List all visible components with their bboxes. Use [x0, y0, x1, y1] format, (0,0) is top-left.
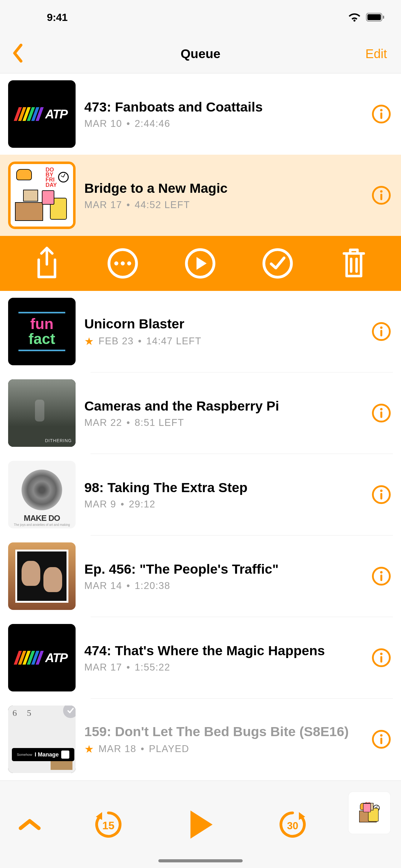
svg-point-19	[380, 408, 382, 410]
episode-duration: 14:47 LEFT	[146, 336, 201, 347]
episode-meta: MAR 14 • 1:20:38	[84, 580, 361, 591]
episode-info-button[interactable]	[370, 646, 393, 669]
separator-dot: •	[127, 199, 130, 211]
now-playing-artwork[interactable]: DOBYFRIDAY	[348, 792, 390, 834]
mark-played-button[interactable]	[262, 248, 293, 279]
nav-bar: Queue Edit	[0, 34, 401, 73]
svg-point-16	[380, 327, 382, 329]
star-icon: ★	[84, 335, 94, 347]
episode-row[interactable]: MAKE DOThe joys and anxieties of art and…	[0, 454, 401, 535]
svg-point-14	[264, 250, 291, 277]
star-icon: ★	[84, 743, 94, 755]
share-icon	[33, 246, 61, 281]
ellipsis-circle-icon	[107, 248, 138, 279]
episode-row[interactable]: Ep. 456: "The People's Traffic" MAR 14 •…	[0, 535, 401, 617]
svg-point-28	[380, 653, 382, 655]
episode-title: Ep. 456: "The People's Traffic"	[84, 561, 361, 577]
svg-point-11	[121, 261, 125, 266]
svg-point-4	[380, 109, 382, 112]
episode-info-button[interactable]	[370, 102, 393, 126]
svg-point-25	[380, 571, 382, 574]
svg-text:15: 15	[102, 819, 114, 832]
episode-info-button[interactable]	[370, 320, 393, 343]
episode-artwork: ATP	[8, 624, 75, 691]
episode-info-button[interactable]	[370, 483, 393, 506]
episode-duration: 1:20:38	[135, 580, 170, 591]
svg-point-31	[380, 734, 382, 737]
play-episode-button[interactable]	[185, 248, 216, 279]
home-indicator[interactable]	[158, 859, 243, 862]
battery-icon	[365, 13, 386, 22]
checkmark-circle-icon	[262, 248, 293, 279]
trash-icon	[340, 247, 368, 280]
svg-point-22	[380, 490, 382, 492]
delete-button[interactable]	[340, 247, 368, 280]
episode-info-button[interactable]	[370, 728, 393, 751]
episode-row[interactable]: DITHERING Cameras and the Raspberry Pi M…	[0, 372, 401, 454]
separator-dot: •	[140, 743, 144, 754]
play-circle-icon	[185, 248, 216, 279]
more-button[interactable]	[107, 248, 138, 279]
episode-artwork: ATP	[8, 80, 75, 148]
skip-back-button[interactable]: 15	[91, 807, 126, 842]
episode-meta: MAR 9 • 29:12	[84, 499, 361, 510]
episode-meta: ★ FEB 23 • 14:47 LEFT	[84, 335, 361, 347]
episode-row[interactable]: ATP 474: That's Where the Magic Happens …	[0, 617, 401, 698]
episode-info-button[interactable]	[370, 184, 393, 207]
info-icon	[372, 485, 391, 504]
back-button[interactable]	[9, 43, 24, 64]
episode-action-bar	[0, 236, 401, 291]
mini-player: 15 30 DOBYFRIDAY	[0, 780, 401, 868]
episode-artwork: funfact	[8, 298, 75, 365]
episode-duration: 29:12	[129, 499, 156, 510]
info-icon	[372, 186, 391, 205]
episode-list[interactable]: ATP 473: Fanboats and Coattails MAR 10 •…	[0, 73, 401, 868]
episode-row[interactable]: DOBYFRIDAY Bridge to a New Magic MAR 17 …	[0, 155, 401, 236]
episode-duration: 44:52 LEFT	[135, 199, 190, 211]
episode-title: 98: Taking The Extra Step	[84, 479, 361, 496]
episode-artwork: DITHERING	[8, 379, 75, 447]
episode-title: Bridge to a New Magic	[84, 180, 361, 196]
episode-info: Ep. 456: "The People's Traffic" MAR 14 •…	[75, 561, 370, 591]
episode-date: MAR 17	[84, 662, 122, 673]
play-button[interactable]	[183, 807, 218, 842]
svg-point-7	[380, 190, 382, 193]
episode-meta: MAR 22 • 8:51 LEFT	[84, 417, 361, 428]
info-icon	[372, 104, 391, 124]
info-icon	[372, 566, 391, 586]
svg-rect-23	[380, 493, 382, 500]
skip-forward-button[interactable]: 30	[275, 807, 310, 842]
svg-rect-5	[380, 113, 382, 119]
episode-info-button[interactable]	[370, 565, 393, 588]
separator-dot: •	[138, 336, 142, 347]
chevron-up-icon	[19, 818, 41, 832]
episode-artwork: 65SomehowI Manage	[8, 706, 75, 773]
episode-duration: PLAYED	[149, 743, 189, 754]
episode-row[interactable]: funfact Unicorn Blaster ★ FEB 23 • 14:47…	[0, 291, 401, 372]
info-icon	[372, 403, 391, 423]
svg-rect-26	[380, 575, 382, 581]
episode-info: 98: Taking The Extra Step MAR 9 • 29:12	[75, 479, 370, 510]
status-bar: 9:41	[0, 0, 401, 34]
episode-meta: ★ MAR 18 • PLAYED	[84, 743, 361, 755]
episode-row[interactable]: 65SomehowI Manage 159: Don't Let The Bed…	[0, 699, 401, 780]
svg-rect-20	[380, 411, 382, 418]
skip-back-15-icon: 15	[93, 809, 124, 840]
episode-artwork: MAKE DOThe joys and anxieties of art and…	[8, 461, 75, 528]
episode-artwork	[8, 542, 75, 610]
expand-player-button[interactable]	[12, 807, 47, 842]
episode-date: FEB 23	[99, 336, 134, 347]
episode-row[interactable]: ATP 473: Fanboats and Coattails MAR 10 •…	[0, 73, 401, 155]
episode-duration: 2:44:46	[135, 118, 170, 129]
wifi-icon	[348, 12, 361, 22]
separator-dot: •	[121, 499, 124, 510]
share-button[interactable]	[33, 246, 61, 281]
episode-info-button[interactable]	[370, 402, 393, 425]
edit-button[interactable]: Edit	[365, 47, 392, 61]
status-time: 9:41	[17, 11, 67, 24]
episode-date: MAR 18	[99, 743, 136, 754]
episode-info: 473: Fanboats and Coattails MAR 10 • 2:4…	[75, 99, 370, 129]
episode-meta: MAR 10 • 2:44:46	[84, 118, 361, 129]
episode-title: 159: Don't Let The Bed Bugs Bite (S8E16)	[84, 723, 361, 740]
episode-title: Unicorn Blaster	[84, 316, 361, 332]
